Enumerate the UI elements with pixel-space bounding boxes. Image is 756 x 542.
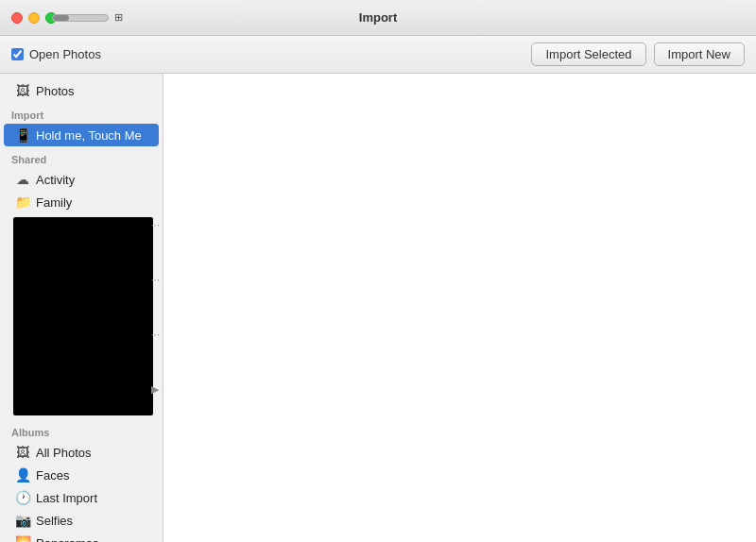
sidebar: 🖼 Photos Import 📱 Hold me, Touch Me Shar… [0,74,163,542]
open-photos-checkbox-label[interactable]: Open Photos [11,47,101,61]
sidebar-item-activity[interactable]: ☁ Activity [4,168,159,191]
sidebar-item-photos[interactable]: 🖼 Photos [4,79,159,102]
import-selected-button[interactable]: Import Selected [531,42,645,66]
thumbnail-area: ··· ··· ··· ▶ ··· [6,217,157,415]
sidebar-last-import-label: Last Import [36,491,97,505]
cloud-icon: ☁ [15,172,30,187]
sidebar-item-panoramas[interactable]: 🌅 Panoramas [4,532,159,542]
sidebar-section-import: Import [0,102,163,124]
sidebar-selfies-label: Selfies [36,514,73,528]
content-area [163,74,756,542]
last-import-icon: 🕐 [15,490,30,505]
sidebar-item-selfies[interactable]: 📷 Selfies [4,509,159,532]
progress-track [52,14,109,22]
all-photos-icon: 🖼 [15,445,30,460]
traffic-lights [11,12,57,24]
sidebar-item-all-photos[interactable]: 🖼 All Photos [4,441,159,464]
sidebar-faces-label: Faces [36,468,69,483]
sidebar-activity-label: Activity [36,173,75,187]
sidebar-item-faces[interactable]: 👤 Faces [4,464,159,486]
expand-icon: ⊞ [114,11,123,24]
thumbnail-dots: ··· ··· ··· ▶ ··· [151,219,163,396]
sidebar-section-shared: Shared [0,146,163,168]
toolbar: Open Photos Import Selected Import New [0,36,756,74]
faces-icon: 👤 [15,467,30,483]
folder-icon: 📁 [15,195,30,210]
sidebar-family-label: Family [36,195,72,210]
open-photos-label: Open Photos [29,47,101,61]
open-photos-checkbox[interactable] [11,48,24,60]
sidebar-item-last-import[interactable]: 🕐 Last Import [4,486,159,509]
photos-icon: 🖼 [15,83,30,98]
titlebar-controls: ⊞ [52,11,123,24]
sidebar-thumbnail [13,217,153,415]
minimize-button[interactable] [28,12,40,24]
titlebar: ⊞ Import [0,0,756,36]
panoramas-icon: 🌅 [15,535,30,542]
selfies-icon: 📷 [15,513,30,528]
device-icon: 📱 [15,127,30,143]
main-layout: 🖼 Photos Import 📱 Hold me, Touch Me Shar… [0,74,756,542]
sidebar-item-device[interactable]: 📱 Hold me, Touch Me [4,124,159,146]
toolbar-right: Import Selected Import New [531,42,745,66]
sidebar-section-albums: Albums [0,419,163,441]
sidebar-item-family[interactable]: 📁 Family [4,191,159,213]
progress-wrapper [52,14,109,22]
import-new-button[interactable]: Import New [654,42,745,66]
window-title: Import [359,10,397,25]
progress-fill [53,15,69,21]
sidebar-all-photos-label: All Photos [36,446,92,460]
close-button[interactable] [11,12,23,24]
sidebar-panoramas-label: Panoramas [36,536,98,543]
sidebar-photos-label: Photos [36,84,74,98]
sidebar-device-label: Hold me, Touch Me [36,128,142,143]
